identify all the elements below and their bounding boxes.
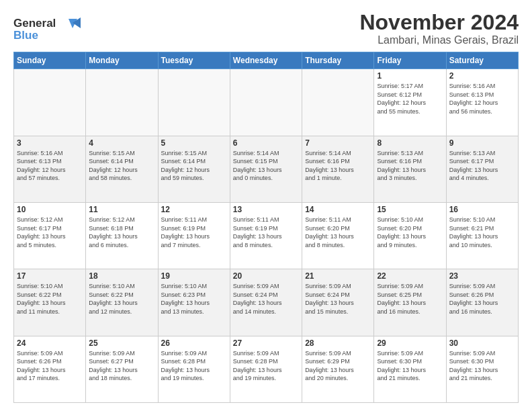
day-info: Sunrise: 5:09 AM Sunset: 6:26 PM Dayligh…: [17, 349, 83, 383]
day-number: 22: [377, 271, 443, 281]
day-number: 14: [305, 205, 371, 214]
day-number: 30: [449, 338, 515, 348]
day-info: Sunrise: 5:10 AM Sunset: 6:23 PM Dayligh…: [161, 282, 227, 316]
day-info: Sunrise: 5:10 AM Sunset: 6:20 PM Dayligh…: [377, 216, 443, 249]
calendar-cell: 26Sunrise: 5:09 AM Sunset: 6:28 PM Dayli…: [158, 336, 230, 402]
day-info: Sunrise: 5:13 AM Sunset: 6:17 PM Dayligh…: [449, 149, 515, 183]
calendar-cell: 1Sunrise: 5:17 AM Sunset: 6:12 PM Daylig…: [374, 69, 446, 136]
day-info: Sunrise: 5:16 AM Sunset: 6:13 PM Dayligh…: [449, 82, 515, 116]
calendar-cell: 10Sunrise: 5:12 AM Sunset: 6:17 PM Dayli…: [14, 202, 86, 269]
day-number: 12: [161, 205, 227, 214]
calendar-cell: 2Sunrise: 5:16 AM Sunset: 6:13 PM Daylig…: [446, 69, 518, 136]
day-number: 23: [449, 271, 515, 281]
calendar-cell: 5Sunrise: 5:15 AM Sunset: 6:14 PM Daylig…: [158, 136, 230, 202]
day-number: 17: [17, 271, 83, 281]
col-tuesday: Tuesday: [158, 52, 230, 69]
day-info: Sunrise: 5:09 AM Sunset: 6:26 PM Dayligh…: [449, 282, 515, 316]
calendar-cell: 13Sunrise: 5:11 AM Sunset: 6:19 PM Dayli…: [230, 202, 302, 269]
day-number: 20: [233, 271, 299, 281]
day-info: Sunrise: 5:11 AM Sunset: 6:19 PM Dayligh…: [161, 216, 227, 249]
day-number: 18: [89, 271, 154, 281]
col-friday: Friday: [374, 52, 446, 69]
calendar-week-0: 1Sunrise: 5:17 AM Sunset: 6:12 PM Daylig…: [14, 69, 519, 136]
calendar-cell: 4Sunrise: 5:15 AM Sunset: 6:14 PM Daylig…: [86, 136, 158, 202]
day-info: Sunrise: 5:15 AM Sunset: 6:14 PM Dayligh…: [161, 149, 227, 183]
calendar-cell: 19Sunrise: 5:10 AM Sunset: 6:23 PM Dayli…: [158, 269, 230, 336]
page: General Blue November 2024 Lambari, Mina…: [0, 0, 532, 411]
calendar-cell: 21Sunrise: 5:09 AM Sunset: 6:24 PM Dayli…: [302, 269, 374, 336]
day-number: 8: [377, 138, 443, 148]
calendar-cell: 8Sunrise: 5:13 AM Sunset: 6:16 PM Daylig…: [374, 136, 446, 202]
day-info: Sunrise: 5:12 AM Sunset: 6:17 PM Dayligh…: [17, 216, 83, 249]
day-number: 9: [449, 138, 515, 148]
day-number: 24: [17, 338, 83, 348]
day-number: 29: [377, 338, 443, 348]
calendar-cell: 17Sunrise: 5:10 AM Sunset: 6:22 PM Dayli…: [14, 269, 86, 336]
day-number: 27: [233, 338, 299, 348]
day-info: Sunrise: 5:10 AM Sunset: 6:21 PM Dayligh…: [449, 216, 515, 249]
calendar-cell: 23Sunrise: 5:09 AM Sunset: 6:26 PM Dayli…: [446, 269, 518, 336]
day-number: 25: [89, 338, 154, 348]
day-info: Sunrise: 5:09 AM Sunset: 6:28 PM Dayligh…: [233, 349, 299, 383]
day-info: Sunrise: 5:11 AM Sunset: 6:20 PM Dayligh…: [305, 216, 371, 249]
calendar-week-3: 17Sunrise: 5:10 AM Sunset: 6:22 PM Dayli…: [14, 269, 519, 336]
day-number: 11: [89, 205, 154, 214]
day-number: 19: [161, 271, 227, 281]
calendar-cell: [86, 69, 158, 136]
calendar-week-4: 24Sunrise: 5:09 AM Sunset: 6:26 PM Dayli…: [14, 336, 519, 402]
calendar-cell: [230, 69, 302, 136]
title-block: November 2024 Lambari, Minas Gerais, Bra…: [359, 11, 519, 46]
day-info: Sunrise: 5:16 AM Sunset: 6:13 PM Dayligh…: [17, 149, 83, 183]
day-number: 4: [89, 138, 154, 148]
day-info: Sunrise: 5:15 AM Sunset: 6:14 PM Dayligh…: [89, 149, 154, 183]
day-number: 7: [305, 138, 371, 148]
calendar-cell: 18Sunrise: 5:10 AM Sunset: 6:22 PM Dayli…: [86, 269, 158, 336]
calendar-cell: 22Sunrise: 5:09 AM Sunset: 6:25 PM Dayli…: [374, 269, 446, 336]
calendar-cell: 24Sunrise: 5:09 AM Sunset: 6:26 PM Dayli…: [14, 336, 86, 402]
calendar-week-1: 3Sunrise: 5:16 AM Sunset: 6:13 PM Daylig…: [14, 136, 519, 202]
calendar-cell: 29Sunrise: 5:09 AM Sunset: 6:30 PM Dayli…: [374, 336, 446, 402]
calendar-cell: 28Sunrise: 5:09 AM Sunset: 6:29 PM Dayli…: [302, 336, 374, 402]
header: General Blue November 2024 Lambari, Mina…: [13, 11, 519, 46]
day-info: Sunrise: 5:14 AM Sunset: 6:16 PM Dayligh…: [305, 149, 371, 183]
calendar-week-2: 10Sunrise: 5:12 AM Sunset: 6:17 PM Dayli…: [14, 202, 519, 269]
calendar-cell: 25Sunrise: 5:09 AM Sunset: 6:27 PM Dayli…: [86, 336, 158, 402]
day-number: 2: [449, 71, 515, 81]
day-number: 13: [233, 205, 299, 214]
calendar-cell: 20Sunrise: 5:09 AM Sunset: 6:24 PM Dayli…: [230, 269, 302, 336]
day-number: 16: [449, 205, 515, 214]
calendar-cell: 11Sunrise: 5:12 AM Sunset: 6:18 PM Dayli…: [86, 202, 158, 269]
day-number: 10: [17, 205, 83, 214]
day-number: 5: [161, 138, 227, 148]
calendar-cell: 7Sunrise: 5:14 AM Sunset: 6:16 PM Daylig…: [302, 136, 374, 202]
day-info: Sunrise: 5:09 AM Sunset: 6:30 PM Dayligh…: [449, 349, 515, 383]
svg-text:General: General: [13, 17, 56, 30]
calendar-cell: 15Sunrise: 5:10 AM Sunset: 6:20 PM Dayli…: [374, 202, 446, 269]
calendar-cell: 12Sunrise: 5:11 AM Sunset: 6:19 PM Dayli…: [158, 202, 230, 269]
day-info: Sunrise: 5:17 AM Sunset: 6:12 PM Dayligh…: [377, 82, 443, 116]
calendar-cell: 6Sunrise: 5:14 AM Sunset: 6:15 PM Daylig…: [230, 136, 302, 202]
day-number: 6: [233, 138, 299, 148]
day-info: Sunrise: 5:09 AM Sunset: 6:27 PM Dayligh…: [89, 349, 154, 383]
day-number: 3: [17, 138, 83, 148]
day-info: Sunrise: 5:11 AM Sunset: 6:19 PM Dayligh…: [233, 216, 299, 249]
calendar-cell: [302, 69, 374, 136]
logo-text: General Blue: [13, 13, 87, 46]
day-info: Sunrise: 5:09 AM Sunset: 6:24 PM Dayligh…: [305, 282, 371, 316]
calendar-table: Sunday Monday Tuesday Wednesday Thursday…: [13, 52, 519, 403]
day-number: 15: [377, 205, 443, 214]
day-info: Sunrise: 5:09 AM Sunset: 6:24 PM Dayligh…: [233, 282, 299, 316]
col-monday: Monday: [86, 52, 158, 69]
day-info: Sunrise: 5:12 AM Sunset: 6:18 PM Dayligh…: [89, 216, 154, 249]
day-info: Sunrise: 5:10 AM Sunset: 6:22 PM Dayligh…: [17, 282, 83, 316]
calendar-cell: [14, 69, 86, 136]
day-info: Sunrise: 5:09 AM Sunset: 6:25 PM Dayligh…: [377, 282, 443, 316]
day-info: Sunrise: 5:09 AM Sunset: 6:28 PM Dayligh…: [161, 349, 227, 383]
calendar-cell: 30Sunrise: 5:09 AM Sunset: 6:30 PM Dayli…: [446, 336, 518, 402]
calendar-cell: 16Sunrise: 5:10 AM Sunset: 6:21 PM Dayli…: [446, 202, 518, 269]
day-info: Sunrise: 5:13 AM Sunset: 6:16 PM Dayligh…: [377, 149, 443, 183]
calendar-cell: 27Sunrise: 5:09 AM Sunset: 6:28 PM Dayli…: [230, 336, 302, 402]
day-info: Sunrise: 5:14 AM Sunset: 6:15 PM Dayligh…: [233, 149, 299, 183]
day-number: 21: [305, 271, 371, 281]
col-sunday: Sunday: [14, 52, 86, 69]
